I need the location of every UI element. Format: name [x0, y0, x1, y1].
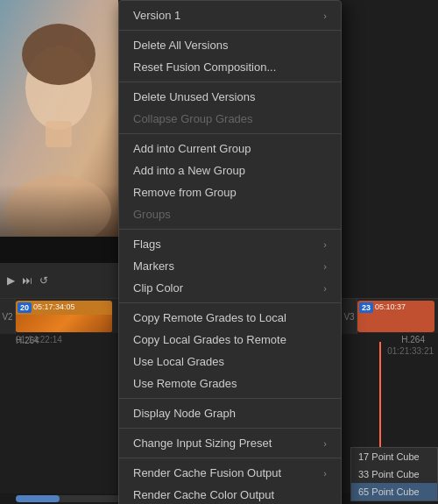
menu-item-flags[interactable]: Flags ›	[119, 233, 341, 255]
scrollbar-track[interactable]	[16, 495, 121, 502]
separator-4	[119, 229, 341, 230]
clip-v3[interactable]: 23 05:10:37	[357, 301, 434, 332]
svg-point-3	[6, 175, 111, 237]
v2-track-label: V2	[0, 299, 16, 334]
menu-item-use-remote[interactable]: Use Remote Grades	[119, 373, 341, 394]
clip-v3-bottom-timecode: 01:21:33:21	[387, 346, 434, 356]
lut-submenu-65pt[interactable]: 65 Point Cube	[351, 483, 437, 500]
clip-v3-number-badge: 23	[359, 302, 373, 313]
scrollbar-thumb[interactable]	[16, 495, 60, 502]
separator-7	[119, 428, 341, 429]
menu-item-markers[interactable]: Markers ›	[119, 255, 341, 277]
separator-5	[119, 302, 341, 303]
menu-item-add-current-group[interactable]: Add into Current Group	[119, 138, 341, 160]
clip-v3-format: H.264	[401, 335, 425, 344]
separator-2	[119, 82, 341, 82]
v3-track-label: V3	[342, 299, 357, 334]
clip-v2-number-badge: 20	[18, 302, 32, 313]
lut-submenu: 17 Point Cube 33 Point Cube 65 Point Cub…	[350, 447, 438, 501]
clip-v2-timecode: 05:17:34:05	[33, 302, 75, 311]
arrow-markers: ›	[323, 261, 327, 272]
menu-item-clip-color[interactable]: Clip Color ›	[119, 277, 341, 299]
arrow-clip-color: ›	[323, 283, 327, 294]
transport-controls: ▶ ⏭ ↺	[0, 263, 118, 298]
loop-icon[interactable]: ↺	[39, 274, 48, 287]
menu-item-collapse-grades: Collapse Group Grades	[119, 108, 341, 130]
menu-item-version1[interactable]: Version 1 ›	[119, 4, 341, 26]
arrow-render-cache: ›	[323, 468, 327, 479]
menu-item-groups: Groups	[119, 203, 341, 225]
menu-item-render-cache-fusion[interactable]: Render Cache Fusion Output ›	[119, 462, 341, 484]
clip-v2[interactable]: 20 05:17:34:05	[16, 301, 112, 332]
context-menu: Version 1 › Delete All Versions Reset Fu…	[118, 0, 342, 504]
menu-item-delete-versions[interactable]: Delete All Versions	[119, 34, 341, 56]
menu-item-add-new-group[interactable]: Add into a New Group	[119, 160, 341, 181]
clip-v2-thumbnail	[16, 315, 112, 332]
lut-submenu-33pt[interactable]: 33 Point Cube	[351, 465, 437, 483]
svg-rect-4	[46, 121, 72, 147]
arrow-version1: ›	[323, 11, 327, 21]
menu-item-reset-fusion[interactable]: Reset Fusion Composition...	[119, 56, 341, 78]
menu-item-change-input-sizing[interactable]: Change Input Sizing Preset ›	[119, 432, 341, 454]
video-thumbnail	[0, 0, 118, 237]
menu-item-copy-local-remote[interactable]: Copy Local Grades to Remote	[119, 329, 341, 351]
v3-track: V3 23 05:10:37	[342, 298, 438, 333]
separator-1	[119, 30, 341, 31]
play-icon[interactable]: ▶	[7, 274, 15, 287]
separator-6	[119, 398, 341, 399]
separator-8	[119, 458, 341, 458]
separator-3	[119, 133, 341, 134]
lut-submenu-17pt[interactable]: 17 Point Cube	[351, 448, 437, 465]
menu-item-display-node[interactable]: Display Node Graph	[119, 402, 341, 424]
skip-icon[interactable]: ⏭	[22, 274, 32, 287]
video-preview-panel	[0, 0, 118, 263]
svg-point-2	[22, 24, 95, 85]
clip-v3-timecode: 05:10:37	[375, 302, 406, 311]
arrow-change-input: ›	[323, 438, 327, 449]
menu-item-render-cache-color[interactable]: Render Cache Color Output	[119, 484, 341, 504]
menu-item-copy-remote-local[interactable]: Copy Remote Grades to Local	[119, 307, 341, 329]
menu-item-delete-unused[interactable]: Delete Unused Versions	[119, 86, 341, 108]
menu-item-use-local[interactable]: Use Local Grades	[119, 351, 341, 373]
arrow-flags: ›	[323, 239, 327, 250]
menu-item-remove-group[interactable]: Remove from Group	[119, 181, 341, 203]
clip-v2-bottom-timecode: 01:14:22:14	[16, 335, 62, 344]
